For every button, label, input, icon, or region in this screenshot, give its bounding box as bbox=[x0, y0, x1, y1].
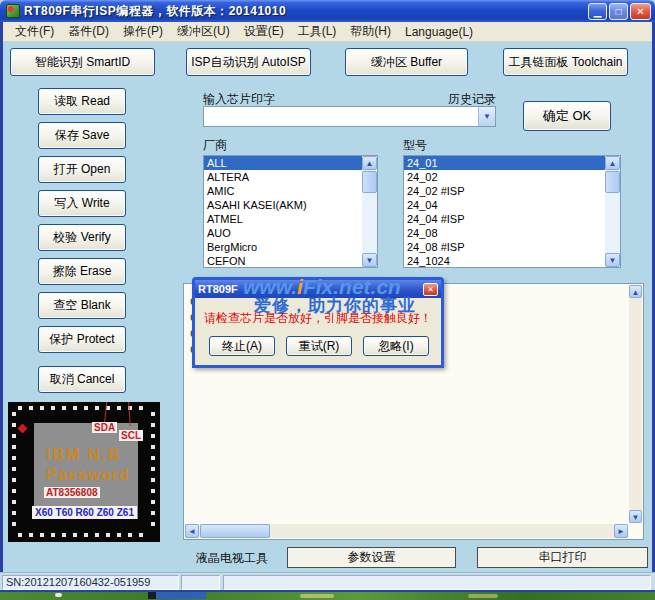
desktop-fragment bbox=[468, 594, 498, 598]
model-list-item[interactable]: 24_04 bbox=[404, 198, 605, 212]
command-button[interactable]: 取消 Cancel bbox=[38, 366, 126, 393]
titlebar[interactable]: RT809F串行ISP编程器，软件版本：20141010 ▁ □ ✕ bbox=[0, 0, 655, 22]
menu-item[interactable]: 设置(E) bbox=[237, 22, 291, 41]
command-button[interactable]: 保存 Save bbox=[38, 122, 126, 149]
command-button[interactable]: 擦除 Erase bbox=[38, 258, 126, 285]
vendor-list-item[interactable]: CEFON bbox=[204, 254, 362, 268]
maximize-button-icon[interactable]: □ bbox=[609, 3, 628, 20]
scrollbar-thumb[interactable] bbox=[362, 171, 377, 193]
smartid-button[interactable]: 智能识别 SmartID bbox=[10, 48, 155, 76]
scl-label: SCL bbox=[119, 430, 143, 441]
sda-label: SDA bbox=[92, 422, 117, 433]
vendor-scrollbar[interactable]: ▲ ▼ bbox=[362, 156, 377, 267]
chevron-down-icon[interactable]: ▼ bbox=[478, 107, 495, 126]
model-scrollbar[interactable]: ▲ ▼ bbox=[605, 156, 620, 267]
scroll-right-icon[interactable]: ► bbox=[614, 524, 628, 538]
status-panel bbox=[181, 575, 220, 590]
serial-print-button[interactable]: 串口打印 bbox=[477, 547, 648, 568]
client-area: 智能识别 SmartID ISP自动识别 AutoISP 缓冲区 Buffer … bbox=[3, 42, 652, 572]
close-button-icon[interactable]: ✕ bbox=[630, 3, 651, 20]
command-button[interactable]: 写入 Write bbox=[38, 190, 126, 217]
buffer-hscrollbar[interactable]: ◄ ► bbox=[185, 524, 628, 538]
menu-item[interactable]: Language(L) bbox=[398, 24, 480, 40]
scroll-left-icon[interactable]: ◄ bbox=[185, 524, 199, 538]
buffer-vscrollbar[interactable]: ▲ ▼ bbox=[629, 285, 642, 523]
menu-item[interactable]: 文件(F) bbox=[8, 22, 61, 41]
status-panel bbox=[223, 575, 651, 590]
chip-brand-line1: IBM N.B bbox=[46, 446, 121, 464]
scrollbar-thumb[interactable] bbox=[200, 524, 270, 538]
model-list-label: 型号 bbox=[403, 137, 427, 154]
vendor-list-item[interactable]: ALTERA bbox=[204, 170, 362, 184]
statusbar: SN:20121207160432-051959 bbox=[0, 572, 655, 590]
scrollbar-thumb[interactable] bbox=[605, 171, 620, 193]
buffer-button[interactable]: 缓冲区 Buffer bbox=[345, 48, 468, 76]
desktop-strip bbox=[0, 592, 655, 600]
ignore-button[interactable]: 忽略(I) bbox=[363, 336, 429, 356]
model-list-item[interactable]: 24_01 bbox=[404, 156, 605, 170]
model-list-item[interactable]: 24_08 #ISP bbox=[404, 240, 605, 254]
desktop-fragment bbox=[148, 592, 206, 599]
vendor-list-item[interactable]: AMIC bbox=[204, 184, 362, 198]
model-list-item[interactable]: 24_02 bbox=[404, 170, 605, 184]
vendor-list-item[interactable]: ATMEL bbox=[204, 212, 362, 226]
menu-item[interactable]: 帮助(H) bbox=[343, 22, 398, 41]
vendor-list-item[interactable]: BergMicro bbox=[204, 240, 362, 254]
menu-item[interactable]: 缓冲区(U) bbox=[170, 22, 237, 41]
combobox-value[interactable] bbox=[204, 107, 478, 126]
pin1-marker bbox=[18, 424, 28, 434]
model-list-item[interactable]: 24_02 #ISP bbox=[404, 184, 605, 198]
command-button[interactable]: 读取 Read bbox=[38, 88, 126, 115]
scroll-down-icon[interactable]: ▼ bbox=[362, 253, 377, 267]
command-button[interactable]: 保护 Protect bbox=[38, 326, 126, 353]
vendor-listbox[interactable]: ALLALTERAAMICASAHI KASEI(AKM)ATMELAUOBer… bbox=[203, 155, 378, 268]
model-listbox[interactable]: 24_0124_0224_02 #ISP24_0424_04 #ISP24_08… bbox=[403, 155, 621, 268]
menubar: 文件(F)器件(D)操作(P)缓冲区(U)设置(E)工具(L)帮助(H)Lang… bbox=[3, 22, 652, 42]
dialog-close-icon[interactable]: ✕ bbox=[423, 283, 438, 296]
chip-pins-right bbox=[151, 412, 155, 532]
menu-item[interactable]: 工具(L) bbox=[291, 22, 344, 41]
vendor-list-item[interactable]: AUO bbox=[204, 226, 362, 240]
chip-brand-line2: Password bbox=[46, 466, 130, 484]
command-button[interactable]: 打开 Open bbox=[38, 156, 126, 183]
model-list-item[interactable]: 24_1024 bbox=[404, 254, 605, 268]
autoisp-button[interactable]: ISP自动识别 AutoISP bbox=[186, 48, 311, 76]
chip-part-number: AT8356808 bbox=[44, 487, 100, 498]
abort-button[interactable]: 终止(A) bbox=[209, 336, 275, 356]
scroll-down-icon[interactable]: ▼ bbox=[629, 510, 642, 523]
scroll-up-icon[interactable]: ▲ bbox=[362, 156, 377, 170]
model-list-item[interactable]: 24_04 #ISP bbox=[404, 212, 605, 226]
model-list-item[interactable]: 24_08 bbox=[404, 226, 605, 240]
dialog-buttons: 终止(A) 重试(R) 忽略(I) bbox=[209, 336, 429, 356]
watermark-slogan: 爱修，助力你的事业 bbox=[254, 294, 416, 317]
serial-number-panel: SN:20121207160432-051959 bbox=[2, 575, 179, 590]
chip-photo: SDA SCL IBM N.B Password AT8356808 X60 T… bbox=[8, 402, 160, 542]
desktop-fragment bbox=[55, 593, 62, 597]
chip-marking-combobox[interactable]: ▼ bbox=[203, 106, 496, 127]
screen: RT809F串行ISP编程器，软件版本：20141010 ▁ □ ✕ 文件(F)… bbox=[0, 0, 655, 600]
scroll-up-icon[interactable]: ▲ bbox=[605, 156, 620, 170]
chip-pins-bottom bbox=[18, 533, 150, 537]
vendor-list-item[interactable]: ASAHI KASEI(AKM) bbox=[204, 198, 362, 212]
minimize-button-icon[interactable]: ▁ bbox=[588, 3, 607, 20]
chip-pins-left bbox=[12, 412, 16, 532]
vendor-list-items: ALLALTERAAMICASAHI KASEI(AKM)ATMELAUOBer… bbox=[204, 156, 362, 267]
window-title: RT809F串行ISP编程器，软件版本：20141010 bbox=[24, 3, 586, 20]
param-settings-button[interactable]: 参数设置 bbox=[287, 547, 456, 568]
desktop-fragment bbox=[300, 594, 334, 598]
menu-item[interactable]: 操作(P) bbox=[116, 22, 170, 41]
toolchain-button[interactable]: 工具链面板 Toolchain bbox=[503, 48, 628, 76]
command-button[interactable]: 校验 Verify bbox=[38, 224, 126, 251]
app-icon bbox=[6, 4, 20, 18]
scroll-up-icon[interactable]: ▲ bbox=[629, 285, 642, 298]
chip-models-label: X60 T60 R60 Z60 Z61 bbox=[32, 506, 137, 519]
retry-button[interactable]: 重试(R) bbox=[286, 336, 352, 356]
ok-button[interactable]: 确定 OK bbox=[523, 101, 611, 131]
chip-pins-top bbox=[18, 406, 150, 410]
command-button[interactable]: 查空 Blank bbox=[38, 292, 126, 319]
model-list-items: 24_0124_0224_02 #ISP24_0424_04 #ISP24_08… bbox=[404, 156, 605, 267]
vendor-list-item[interactable]: ALL bbox=[204, 156, 362, 170]
scroll-down-icon[interactable]: ▼ bbox=[605, 253, 620, 267]
lcd-tv-tool-button[interactable]: 液晶电视工具 bbox=[196, 550, 268, 567]
menu-item[interactable]: 器件(D) bbox=[61, 22, 116, 41]
